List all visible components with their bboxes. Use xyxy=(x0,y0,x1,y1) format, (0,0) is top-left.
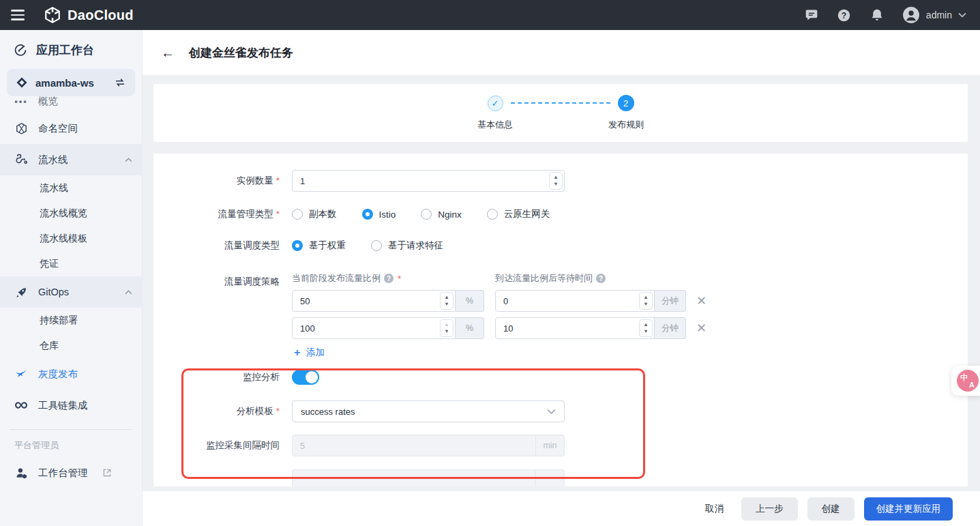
sidebar-item-label: 工具链集成 xyxy=(38,399,88,412)
number-stepper[interactable]: ▲▼ xyxy=(639,292,653,310)
number-stepper[interactable]: ▲▼ xyxy=(440,292,454,310)
release-rule-form: 实例数量* ▲▼ 流量管理类型* 副本数 Istio Nginx 云原生网关 流… xyxy=(153,154,968,486)
analysis-template-select[interactable]: success rates xyxy=(292,400,565,422)
step-2-badge: 2 xyxy=(618,95,634,111)
remove-row-icon[interactable]: ✕ xyxy=(696,322,707,334)
pipeline-icon xyxy=(14,153,28,166)
sidebar-item-pipeline[interactable]: 流水线 xyxy=(0,175,142,201)
translate-icon[interactable]: 中 A xyxy=(957,370,979,392)
step-1-label: 基本信息 xyxy=(477,119,513,131)
sidebar-item-label: 仓库 xyxy=(40,340,59,352)
required-star: * xyxy=(276,406,280,416)
radio-istio[interactable]: Istio xyxy=(362,209,396,220)
sidebar: 应用工作台 amamba-ws ••• 概览 xyxy=(0,30,143,526)
wait-time-input[interactable] xyxy=(495,290,655,312)
monitor-label: 监控分析 xyxy=(153,371,280,383)
sidebar-item-pipeline-template[interactable]: 流水线模板 xyxy=(0,226,142,251)
wait-unit: 分钟 xyxy=(655,317,686,339)
radio-icon xyxy=(292,209,303,220)
radio-checked-icon xyxy=(362,209,373,220)
instance-count-label: 实例数量* xyxy=(153,175,280,187)
sidebar-item-overview-clipped[interactable]: ••• 概览 xyxy=(0,96,142,108)
interval-unit: min xyxy=(535,435,564,456)
step-connector xyxy=(511,102,610,104)
help-tooltip-icon[interactable]: ? xyxy=(384,274,394,283)
instance-count-input[interactable] xyxy=(292,170,565,192)
workspace-title: 应用工作台 xyxy=(36,42,94,58)
workspace-header: 应用工作台 xyxy=(0,30,142,68)
sidebar-item-credentials[interactable]: 凭证 xyxy=(0,251,142,276)
policy-col1-header: 当前阶段发布流量比例 xyxy=(292,272,381,284)
chevron-down-icon xyxy=(958,12,966,18)
external-link-icon xyxy=(102,468,112,478)
percent-unit: % xyxy=(456,290,484,312)
user-menu[interactable]: admin xyxy=(902,6,966,24)
dots-icon: ••• xyxy=(14,96,28,106)
radio-request-feature-based[interactable]: 基于请求特征 xyxy=(371,239,443,252)
help-icon[interactable]: ? xyxy=(837,8,852,23)
sidebar-item-namespace[interactable]: 命名空间 xyxy=(0,113,142,144)
schedule-type-label: 流量调度类型 xyxy=(153,239,280,252)
number-stepper[interactable]: ▲▼ xyxy=(440,319,454,337)
number-stepper[interactable]: ▲▼ xyxy=(549,172,563,190)
back-arrow-icon[interactable]: ← xyxy=(161,46,175,59)
remove-row-icon[interactable]: ✕ xyxy=(696,295,707,307)
brand-name: DaoCloud xyxy=(68,8,134,23)
translate-a-glyph: A xyxy=(969,381,975,389)
sidebar-item-label: 灰度发布 xyxy=(38,368,78,381)
policy-col2-header: 到达流量比例后等待时间 xyxy=(495,272,593,284)
percent-input[interactable] xyxy=(292,317,456,339)
admin-user-icon xyxy=(14,467,28,480)
radio-label: 基于请求特征 xyxy=(388,239,443,252)
plus-icon: ＋ xyxy=(292,346,302,359)
sidebar-item-label: 流水线 xyxy=(40,182,68,194)
message-icon[interactable] xyxy=(804,8,819,23)
create-button[interactable]: 创建 xyxy=(807,497,855,521)
sidebar-group-gitops[interactable]: GitOps xyxy=(0,276,142,308)
annotation-highlight-box xyxy=(181,368,645,479)
chevron-up-icon xyxy=(125,158,132,162)
radio-replicas[interactable]: 副本数 xyxy=(292,208,337,220)
radio-label: 基于权重 xyxy=(309,239,346,252)
workspace-icon xyxy=(16,76,28,89)
monitor-toggle[interactable] xyxy=(292,370,319,385)
help-tooltip-icon[interactable]: ? xyxy=(596,274,606,283)
monitor-interval-input-disabled: 5 min xyxy=(292,435,565,456)
sidebar-item-workspace-management[interactable]: 工作台管理 xyxy=(0,457,142,488)
radio-weight-based[interactable]: 基于权重 xyxy=(292,239,346,252)
sidebar-item-repository[interactable]: 仓库 xyxy=(0,333,142,358)
radio-icon xyxy=(421,209,432,220)
sidebar-item-canary-release[interactable]: 灰度发布 xyxy=(0,358,142,390)
policy-label: 流量调度策略 xyxy=(153,272,280,288)
sidebar-group-pipeline[interactable]: 流水线 xyxy=(0,144,142,175)
radio-label: Nginx xyxy=(438,209,462,220)
percent-input[interactable] xyxy=(292,290,456,312)
sidebar-item-toolchain[interactable]: 工具链集成 xyxy=(0,390,142,421)
radio-nginx[interactable]: Nginx xyxy=(421,209,462,220)
cancel-button[interactable]: 取消 xyxy=(697,497,732,521)
required-star: * xyxy=(398,274,401,284)
menu-icon[interactable] xyxy=(11,7,25,23)
radio-checked-icon xyxy=(292,240,303,251)
sidebar-section-label: 平台管理员 xyxy=(0,433,142,457)
number-stepper[interactable]: ▲▼ xyxy=(639,319,653,337)
sidebar-item-continuous-deploy[interactable]: 持续部署 xyxy=(0,308,142,333)
radio-label: 云原生网关 xyxy=(504,208,550,220)
main-content: ← 创建金丝雀发布任务 ✓ 2 基本信息 发布规则 实例数量* ▲▼ xyxy=(143,30,980,526)
wait-time-input[interactable] xyxy=(495,317,655,339)
avatar-icon xyxy=(902,6,920,24)
radio-icon xyxy=(487,209,498,220)
app-workbench-icon xyxy=(14,42,27,59)
workspace-selector[interactable]: amamba-ws xyxy=(7,69,135,96)
previous-step-button[interactable]: 上一步 xyxy=(741,497,798,521)
selected-value: success rates xyxy=(301,407,355,417)
traffic-type-label: 流量管理类型* xyxy=(153,208,280,220)
radio-cloud-native-gateway[interactable]: 云原生网关 xyxy=(487,208,550,220)
sidebar-item-pipeline-overview[interactable]: 流水线概览 xyxy=(0,201,142,226)
switch-workspace-icon[interactable] xyxy=(114,77,126,88)
sidebar-item-label: 命名空间 xyxy=(38,122,78,135)
step-2-label: 发布规则 xyxy=(608,119,644,131)
notification-bell-icon[interactable] xyxy=(870,8,885,23)
create-and-update-button[interactable]: 创建并更新应用 xyxy=(864,497,953,521)
add-policy-row-button[interactable]: ＋ 添加 xyxy=(292,346,707,359)
